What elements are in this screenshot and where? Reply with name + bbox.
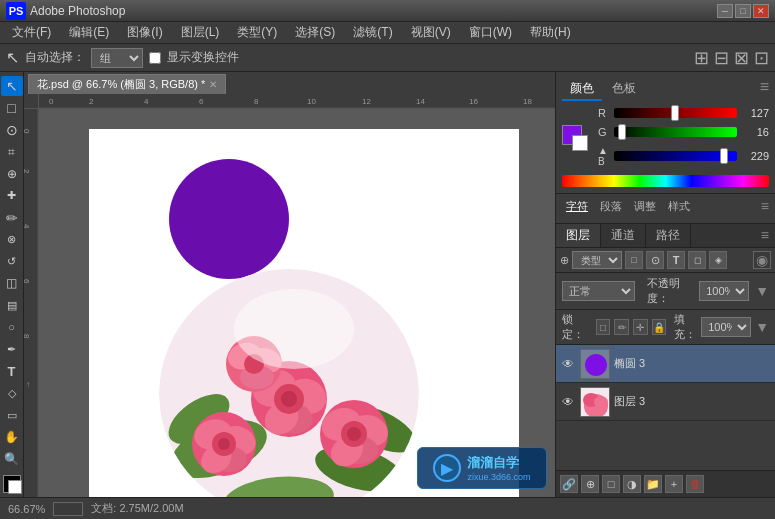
opacity-select[interactable]: 100% [699,281,749,301]
panel-menu-icon[interactable]: ≡ [760,78,769,101]
main-area: ↖ □ ⊙ ⌗ ⊕ ✚ ✏ ⊗ ↺ ◫ ▤ ○ ✒ T ◇ ▭ ✋ 🔍 花.ps… [0,72,775,497]
svg-point-30 [281,391,297,407]
lasso-tool[interactable]: ⊙ [1,120,23,140]
layer-filter-smart[interactable]: ◈ [709,251,727,269]
maximize-button[interactable]: □ [735,4,751,18]
lock-move-icon[interactable]: ✛ [633,319,648,335]
tab-styles[interactable]: 样式 [664,198,694,215]
opacity-expand[interactable]: ▼ [755,283,769,299]
b-slider-thumb[interactable] [720,148,728,164]
layer-name-1: 图层 3 [614,394,645,409]
menu-type[interactable]: 类型(Y) [229,22,285,43]
blend-mode-select[interactable]: 正常 [562,281,635,301]
g-slider-thumb[interactable] [618,124,626,140]
menu-edit[interactable]: 编辑(E) [61,22,117,43]
spectrum-bar[interactable] [562,175,769,187]
fill-select[interactable]: 100% [701,317,751,337]
menu-select[interactable]: 选择(S) [287,22,343,43]
move-tool[interactable]: ↖ [1,76,23,96]
options-bar: ↖ 自动选择： 组 图层 显示变换控件 ⊞ ⊟ ⊠ ⊡ [0,44,775,72]
brush-tool[interactable]: ✏ [1,208,23,228]
menu-window[interactable]: 窗口(W) [461,22,520,43]
layer-toggle-filter[interactable]: ◉ [753,251,771,269]
pen-tool[interactable]: ✒ [1,339,23,359]
transform-label: 显示变换控件 [167,49,239,66]
lock-transparent-icon[interactable]: □ [596,319,611,335]
layer-item-ellipse3[interactable]: 👁 椭圆 3 [556,345,775,383]
tab-swatches[interactable]: 色板 [604,78,644,101]
layer-filter-text[interactable]: T [667,251,685,269]
layer-type-select[interactable]: 类型 [572,251,622,269]
titlebar-controls: ─ □ ✕ [717,4,769,18]
svg-point-56 [594,396,608,408]
layer-filter-adj[interactable]: ⊙ [646,251,664,269]
select-tool[interactable]: □ [1,98,23,118]
gradient-tool[interactable]: ▤ [1,295,23,315]
heal-tool[interactable]: ✚ [1,186,23,206]
menu-view[interactable]: 视图(V) [403,22,459,43]
menu-help[interactable]: 帮助(H) [522,22,579,43]
r-slider-thumb[interactable] [671,105,679,121]
menu-layer[interactable]: 图层(L) [173,22,228,43]
crop-tool[interactable]: ⌗ [1,142,23,162]
close-button[interactable]: ✕ [753,4,769,18]
layer-group-icon[interactable]: 📁 [644,475,662,493]
tab-paths[interactable]: 路径 [646,224,691,247]
eraser-tool[interactable]: ◫ [1,273,23,293]
stamp-tool[interactable]: ⊗ [1,230,23,250]
menu-filter[interactable]: 滤镜(T) [345,22,400,43]
lock-brush-icon[interactable]: ✏ [614,319,629,335]
svg-point-50 [234,289,354,369]
layer-effects-icon[interactable]: ⊕ [581,475,599,493]
eyedropper-tool[interactable]: ⊕ [1,164,23,184]
layer-link-icon[interactable]: 🔗 [560,475,578,493]
svg-text:12: 12 [362,97,371,106]
background-swatch[interactable] [572,135,588,151]
layer-new-icon[interactable]: + [665,475,683,493]
ps-logo: PS [6,2,26,20]
background-color[interactable] [8,480,22,494]
r-value: 127 [741,107,769,119]
layer-filter-shape[interactable]: ◻ [688,251,706,269]
text-tool[interactable]: T [1,361,23,381]
r-label: R [598,107,610,119]
layers-panel-menu[interactable]: ≡ [755,224,775,247]
auto-select-dropdown[interactable]: 组 图层 [91,48,143,68]
layer-visibility-toggle-0[interactable]: 👁 [560,356,576,372]
path-tool[interactable]: ◇ [1,383,23,403]
minimize-button[interactable]: ─ [717,4,733,18]
tab-close-icon[interactable]: ✕ [209,79,217,90]
history-tool[interactable]: ↺ [1,252,23,272]
color-panel: 颜色 色板 ≡ R 127 [556,72,775,194]
tab-color[interactable]: 颜色 [562,78,602,101]
layer-item-layer3[interactable]: 👁 图层 3 [556,383,775,421]
document-tab[interactable]: 花.psd @ 66.7% (椭圆 3, RGB/8) * ✕ [28,74,226,94]
char-panel-menu[interactable]: ≡ [761,198,769,215]
color-swatches[interactable] [562,125,594,153]
menu-file[interactable]: 文件(F) [4,22,59,43]
char-panel-tabs: 字符 段落 调整 样式 ≡ [562,198,769,215]
transform-checkbox[interactable] [149,52,161,64]
b-label: ▲ B [598,145,610,167]
tab-paragraph[interactable]: 段落 [596,198,626,215]
svg-text:2: 2 [24,169,31,174]
hand-tool[interactable]: ✋ [1,427,23,447]
shape-tool[interactable]: ▭ [1,405,23,425]
filter-icon: ⊕ [560,254,569,267]
tab-character[interactable]: 字符 [562,198,592,215]
layer-delete-icon[interactable]: 🗑 [686,475,704,493]
lock-all-icon[interactable]: 🔒 [652,319,667,335]
layer-visibility-toggle-1[interactable]: 👁 [560,394,576,410]
tab-layers[interactable]: 图层 [556,224,601,247]
foreground-color[interactable] [3,475,21,493]
fill-expand[interactable]: ▼ [755,319,769,335]
dodge-tool[interactable]: ○ [1,317,23,337]
menu-image[interactable]: 图像(I) [119,22,170,43]
layer-adjustment-icon[interactable]: ◑ [623,475,641,493]
zoom-tool[interactable]: 🔍 [1,449,23,469]
tab-adjustments[interactable]: 调整 [630,198,660,215]
tab-channels[interactable]: 通道 [601,224,646,247]
svg-text:8: 8 [24,334,31,339]
layer-mask-icon[interactable]: □ [602,475,620,493]
layer-filter-pixel[interactable]: □ [625,251,643,269]
